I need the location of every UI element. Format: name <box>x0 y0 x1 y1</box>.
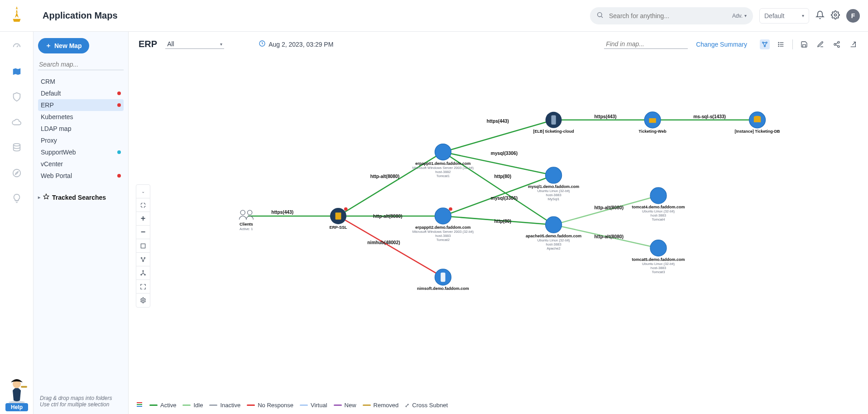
fullscreen-button[interactable] <box>136 280 150 294</box>
map-item-label: vCenter <box>41 160 63 168</box>
map-item-kubernetes[interactable]: Kubernetes <box>38 111 124 123</box>
tracked-searches-toggle[interactable]: ▸ Tracked Searches <box>38 193 124 201</box>
fit-button[interactable] <box>136 198 150 212</box>
nav-db[interactable] <box>10 141 23 154</box>
svg-text:nimhub(48002): nimhub(48002) <box>367 240 400 245</box>
legend-label: Removed <box>374 402 399 409</box>
map-item-label: Default <box>41 90 61 97</box>
avatar[interactable]: F <box>846 9 860 23</box>
svg-text:tomcat5.demo.faddom.com: tomcat5.demo.faddom.com <box>632 257 685 262</box>
map-item-vcenter[interactable]: vCenter <box>38 158 124 170</box>
help-button[interactable]: Help <box>5 403 28 411</box>
svg-rect-57 <box>336 212 341 219</box>
node-nimsoft[interactable]: nimsoft.demo.faddom.com <box>417 269 469 291</box>
node-tomcat4[interactable]: tomcat4.demo.faddom.com Ubuntu Linux (32… <box>632 188 685 221</box>
svg-point-17 <box>778 42 779 43</box>
legend-item: New <box>334 402 356 409</box>
svg-text:host-3882: host-3882 <box>435 170 451 174</box>
legend-menu-icon[interactable] <box>136 401 143 409</box>
node-erpapp01[interactable]: erpapp01.demo.faddom.com Microsoft Windo… <box>412 144 474 178</box>
settings-button[interactable] <box>136 294 150 307</box>
legend-item: Removed <box>363 402 399 409</box>
map-item-ldap-map[interactable]: LDAP map <box>38 123 124 135</box>
nav-bulb[interactable] <box>10 192 23 205</box>
map-search-input[interactable] <box>38 59 124 70</box>
svg-point-60 <box>435 144 451 160</box>
svg-text:Ubuntu Linux (32-bit): Ubuntu Linux (32-bit) <box>537 189 570 193</box>
edit-button[interactable] <box>815 39 825 49</box>
change-summary-link[interactable]: Change Summary <box>696 41 747 48</box>
gear-icon[interactable] <box>831 10 840 21</box>
nav-compass[interactable] <box>10 167 23 179</box>
node-ticketing-web[interactable]: Ticketing-Web <box>639 112 667 134</box>
node-elb[interactable]: [ELB] ticketing-cloud <box>533 112 574 134</box>
legend-item: Active <box>149 402 176 409</box>
status-dot <box>117 103 121 107</box>
node-mysql1[interactable]: mysql1.demo.faddom.com Ubuntu Linux (32-… <box>528 167 579 201</box>
map-item-label: Proxy <box>41 137 57 144</box>
page-title: Application Maps <box>43 10 118 21</box>
svg-text:erpapp02.demo.faddom.com: erpapp02.demo.faddom.com <box>415 225 470 230</box>
node-clients[interactable]: Clients Active: 1 <box>239 210 253 231</box>
legend-item: Idle <box>182 402 203 409</box>
svg-point-4 <box>13 169 20 177</box>
svg-text:Tomcat4: Tomcat4 <box>652 217 665 221</box>
zoom-out-button[interactable]: − <box>136 226 150 239</box>
svg-line-29 <box>443 120 553 152</box>
share-button[interactable] <box>832 39 842 49</box>
global-search-input[interactable] <box>608 12 728 20</box>
zoom-in-button[interactable]: + <box>136 212 150 226</box>
nav-dashboard[interactable] <box>10 40 23 53</box>
node-ticketing-db[interactable]: [Instance] Ticketing-DB <box>734 112 780 134</box>
svg-text:http-alt(8080): http-alt(8080) <box>595 234 623 239</box>
svg-text:MySql1: MySql1 <box>548 197 560 201</box>
nav-maps[interactable] <box>10 65 23 78</box>
svg-text:https(443): https(443) <box>271 210 293 215</box>
map-item-erp[interactable]: ERP <box>38 99 124 111</box>
map-title: ERP <box>139 39 157 49</box>
map-item-supportweb[interactable]: SupportWeb <box>38 146 124 158</box>
legend-color <box>182 404 191 406</box>
node-erp-ssl[interactable]: ERP-SSL <box>330 207 348 230</box>
mascot-image <box>5 372 29 404</box>
crop-button[interactable] <box>136 239 150 253</box>
export-button[interactable] <box>848 39 858 49</box>
advanced-search-button[interactable]: Adv.▾ <box>732 13 747 19</box>
legend-label: Active <box>160 402 176 409</box>
svg-text:host-3883: host-3883 <box>546 193 561 197</box>
bell-icon[interactable] <box>815 10 825 21</box>
map-item-proxy[interactable]: Proxy <box>38 135 124 146</box>
svg-text:http(80): http(80) <box>494 174 512 179</box>
node-tomcat5[interactable]: tomcat5.demo.faddom.com Ubuntu Linux (32… <box>632 240 685 274</box>
node-erpapp02[interactable]: erpapp02.demo.faddom.com Microsoft Windo… <box>412 207 474 242</box>
map-item-crm[interactable]: CRM <box>38 76 124 87</box>
svg-text:host-3883: host-3883 <box>546 242 561 246</box>
view-list-button[interactable] <box>776 39 786 49</box>
nav-cloud[interactable] <box>10 116 23 129</box>
svg-text:Tomcat1: Tomcat1 <box>436 174 450 178</box>
tree-button[interactable] <box>136 266 150 280</box>
legend-color <box>247 404 255 406</box>
svg-text:Tomcat3: Tomcat3 <box>652 270 665 274</box>
map-item-default[interactable]: Default <box>38 87 124 99</box>
find-in-map-input[interactable] <box>604 39 688 49</box>
graph-canvas[interactable]: https(443) http-alt(8080) http-alt(8080)… <box>129 53 868 414</box>
svg-text:Apache2: Apache2 <box>547 246 560 250</box>
map-item-web-portal[interactable]: Web Portal <box>38 170 124 182</box>
legend-label: Cross Subnet <box>412 402 448 409</box>
legend-item: Inactive <box>209 402 240 409</box>
new-map-button[interactable]: ＋ New Map <box>38 38 89 53</box>
node-apache05[interactable]: apache05.demo.faddom.com Ubuntu Linux (3… <box>526 217 581 250</box>
collapse-button[interactable]: ⌄ <box>136 185 150 198</box>
nav-shield[interactable] <box>10 91 23 103</box>
map-filter-select[interactable]: All▾ <box>165 39 224 49</box>
chevron-right-icon: ▸ <box>38 195 40 200</box>
global-search[interactable]: Adv.▾ <box>590 7 753 24</box>
view-graph-button[interactable] <box>760 39 770 49</box>
save-button[interactable] <box>799 39 809 49</box>
environment-select[interactable]: Default▾ <box>759 8 809 24</box>
legend-item: ⤢Cross Subnet <box>405 402 448 409</box>
layout-button[interactable] <box>136 253 150 266</box>
legend-label: Idle <box>193 402 203 409</box>
legend-color <box>334 404 342 406</box>
